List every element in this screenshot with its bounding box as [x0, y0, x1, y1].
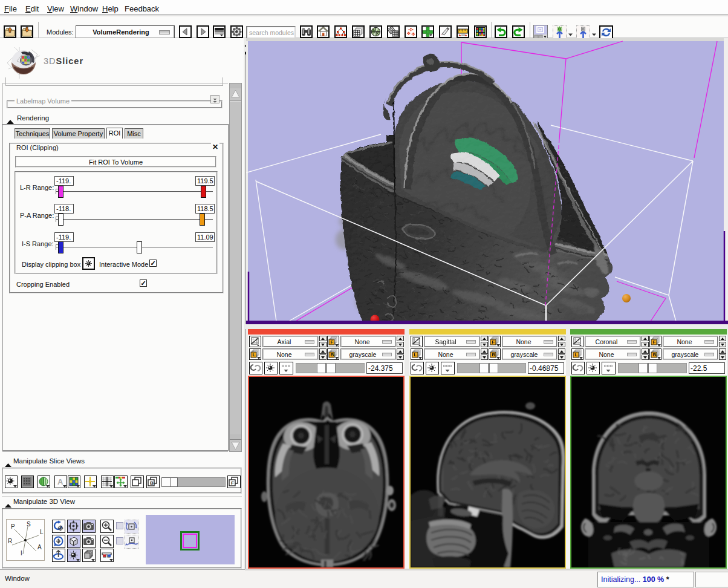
- svg-text:B: B: [331, 352, 334, 358]
- svg-text:R: R: [8, 538, 12, 544]
- svg-text:B: B: [492, 352, 496, 358]
- svg-text:S: S: [27, 521, 31, 528]
- svg-text:L: L: [575, 352, 578, 358]
- svg-text:L: L: [253, 352, 256, 358]
- svg-text:A: A: [37, 544, 42, 550]
- svg-text:L: L: [414, 352, 417, 358]
- svg-text:I: I: [21, 550, 22, 557]
- svg-text:F: F: [231, 480, 234, 486]
- svg-text:F: F: [653, 339, 656, 345]
- svg-text:F: F: [331, 339, 334, 345]
- svg-text:F: F: [492, 339, 495, 345]
- svg-text:B: B: [150, 480, 154, 486]
- svg-text:B: B: [653, 352, 657, 358]
- svg-text:L: L: [40, 529, 44, 535]
- svg-text:P: P: [11, 523, 15, 530]
